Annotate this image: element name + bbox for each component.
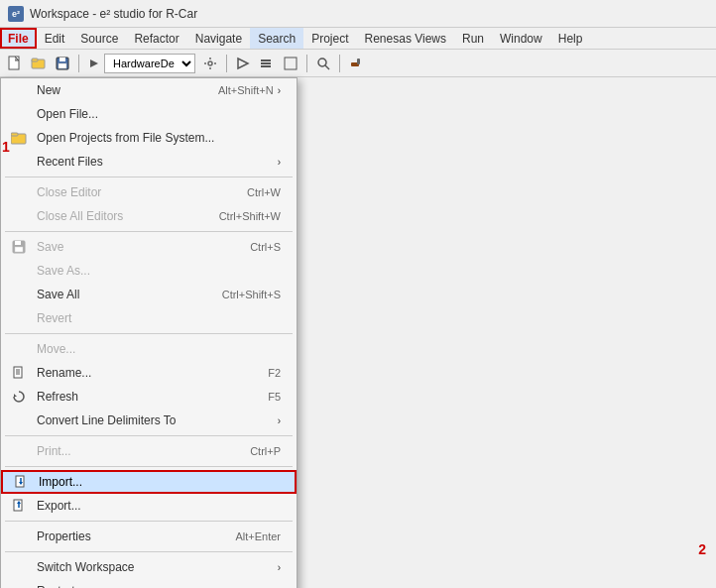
toolbar-separator-3	[306, 55, 307, 72]
toolbar-nav-back-btn[interactable]	[232, 53, 254, 74]
toolbar-save-btn[interactable]	[52, 53, 73, 74]
menu-new[interactable]: New Alt+Shift+N ›	[1, 78, 297, 102]
menu-project[interactable]: Project	[303, 28, 356, 49]
save-all-label: Save All	[37, 288, 79, 301]
rename-label: Rename...	[37, 366, 91, 380]
menu-bar: File Edit Source Refactor Navigate Searc…	[0, 28, 716, 50]
open-projects-label: Open Projects from File System...	[37, 131, 214, 145]
svg-rect-30	[14, 500, 22, 511]
breadcrumb-settings-btn[interactable]	[199, 53, 221, 74]
save-all-shortcut: Ctrl+Shift+S	[222, 289, 281, 300]
save-label: Save	[37, 240, 63, 254]
toolbar-separator-1	[78, 55, 79, 72]
annotation-2: 2	[698, 541, 706, 557]
menu-open-projects[interactable]: Open Projects from File System...	[1, 126, 297, 150]
menu-move[interactable]: Move...	[1, 337, 297, 361]
svg-rect-4	[60, 58, 65, 61]
rename-icon	[9, 363, 29, 383]
sep-5	[1, 466, 297, 467]
svg-rect-27	[16, 476, 24, 487]
open-projects-icon	[9, 128, 29, 148]
annotation-1: 1	[2, 139, 10, 155]
switch-workspace-label: Switch Workspace	[37, 560, 134, 574]
svg-rect-10	[261, 62, 271, 64]
menu-properties[interactable]: Properties Alt+Enter	[1, 525, 297, 548]
menu-restart[interactable]: Restart	[1, 579, 297, 588]
menu-navigate[interactable]: Navigate	[187, 28, 250, 49]
sep-2	[1, 231, 297, 232]
menu-save[interactable]: Save Ctrl+S	[1, 235, 297, 259]
menu-source[interactable]: Source	[72, 28, 126, 49]
menu-rename[interactable]: Rename... F2	[1, 361, 297, 385]
properties-shortcut: Alt+Enter	[235, 530, 281, 542]
toolbar-separator-2	[226, 55, 227, 72]
menu-switch-workspace[interactable]: Switch Workspace ›	[1, 555, 297, 579]
menu-edit[interactable]: Edit	[37, 28, 73, 49]
close-all-editors-shortcut: Ctrl+Shift+W	[219, 210, 281, 222]
svg-rect-12	[285, 58, 297, 69]
new-arrow: ›	[278, 85, 281, 96]
menu-revert[interactable]: Revert	[1, 306, 297, 330]
print-label: Print...	[37, 444, 71, 458]
sep-7	[1, 551, 297, 552]
toolbar-nav-fwd-btn[interactable]	[256, 53, 278, 74]
menu-renesas-views[interactable]: Renesas Views	[357, 28, 455, 49]
toolbar-open-btn[interactable]	[28, 53, 50, 74]
title-bar: e² Workspace - e² studio for R-Car	[0, 0, 716, 28]
toolbar-new-btn[interactable]	[4, 53, 26, 74]
menu-close-all-editors[interactable]: Close All Editors Ctrl+Shift+W	[1, 204, 297, 228]
menu-recent-files[interactable]: Recent Files ›	[1, 150, 297, 174]
breadcrumb-area: HardwareDe	[88, 53, 221, 74]
export-label: Export...	[37, 499, 81, 513]
toolbar-hammer-btn[interactable]	[345, 53, 367, 74]
menu-open-file[interactable]: Open File...	[1, 102, 297, 126]
menu-save-as[interactable]: Save As...	[1, 259, 297, 283]
sep-3	[1, 333, 297, 334]
toolbar: HardwareDe	[0, 50, 716, 77]
convert-line-arrow: ›	[278, 415, 281, 426]
menu-convert-line[interactable]: Convert Line Delimiters To ›	[1, 409, 297, 432]
recent-files-arrow: ›	[278, 157, 281, 168]
rename-shortcut: F2	[268, 367, 281, 379]
refresh-label: Refresh	[37, 390, 78, 404]
export-icon	[9, 496, 29, 516]
app-icon: e²	[8, 6, 24, 22]
svg-line-14	[325, 65, 329, 69]
menu-import[interactable]: Import...	[1, 470, 297, 494]
menu-save-all[interactable]: Save All Ctrl+Shift+S	[1, 283, 297, 306]
svg-marker-26	[14, 394, 17, 397]
sep-6	[1, 521, 297, 522]
move-label: Move...	[37, 342, 75, 356]
svg-point-13	[318, 59, 326, 66]
right-content-area	[397, 77, 716, 588]
menu-window[interactable]: Window	[492, 28, 550, 49]
menu-run[interactable]: Run	[454, 28, 492, 49]
svg-rect-18	[11, 133, 18, 136]
menu-print[interactable]: Print... Ctrl+P	[1, 439, 297, 463]
svg-rect-20	[15, 241, 21, 245]
toolbar-btn-3[interactable]	[280, 53, 301, 74]
svg-rect-16	[357, 59, 360, 64]
convert-line-label: Convert Line Delimiters To	[37, 413, 177, 427]
menu-refresh[interactable]: Refresh F5	[1, 385, 297, 409]
print-shortcut: Ctrl+P	[250, 445, 281, 457]
breadcrumb-select[interactable]: HardwareDe	[104, 54, 195, 73]
menu-help[interactable]: Help	[550, 28, 591, 49]
menu-close-editor[interactable]: Close Editor Ctrl+W	[1, 180, 297, 204]
close-all-editors-label: Close All Editors	[37, 209, 123, 223]
menu-file[interactable]: File	[0, 28, 37, 49]
menu-search[interactable]: Search	[250, 28, 303, 49]
revert-label: Revert	[37, 311, 71, 325]
save-shortcut: Ctrl+S	[250, 241, 281, 253]
close-editor-label: Close Editor	[37, 185, 101, 199]
main-area: 1 2 New Alt+Shift+N › Open File... Open …	[0, 77, 716, 588]
toolbar-search-btn[interactable]	[312, 53, 334, 74]
menu-export[interactable]: Export...	[1, 494, 297, 518]
svg-point-7	[208, 61, 212, 65]
toolbar-separator-4	[339, 55, 340, 72]
svg-marker-6	[90, 59, 98, 67]
title-bar-text: Workspace - e² studio for R-Car	[30, 7, 197, 21]
menu-refactor[interactable]: Refactor	[126, 28, 186, 49]
switch-workspace-arrow: ›	[278, 562, 281, 573]
save-icon	[9, 237, 29, 257]
